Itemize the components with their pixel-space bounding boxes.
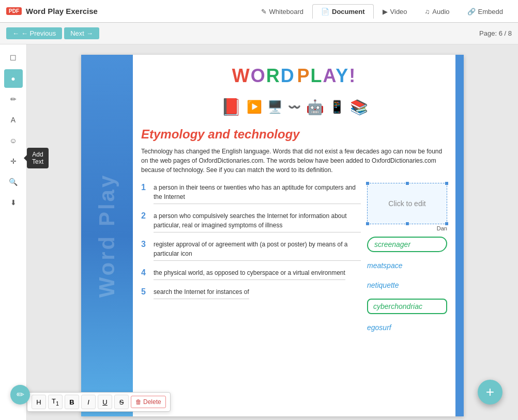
sticker-tool-button[interactable]: ☺: [4, 131, 23, 150]
list-item: 4 the physical world, as opposed to cybe…: [141, 268, 361, 280]
pdf-badge: PDF: [6, 7, 22, 15]
circle-tool-button[interactable]: ●: [4, 69, 23, 88]
computer-icon: 🖥️: [267, 100, 283, 114]
document-page: Word Play WORD PLAY! 📕 ▶️ 🖥️: [81, 55, 464, 416]
watermark: Word Play: [95, 174, 119, 298]
text-tool-button[interactable]: A: [4, 111, 23, 129]
download-tool-button[interactable]: ⬇: [4, 193, 23, 212]
page-title: WORD PLAY!: [141, 65, 447, 87]
book-icon: 📕: [221, 97, 241, 117]
right-blue-bar: [455, 55, 464, 416]
delete-button[interactable]: 🗑 Delete: [131, 396, 166, 408]
format-h2-button[interactable]: T1: [48, 395, 63, 409]
tab-embedd[interactable]: 🔗 Embedd: [459, 4, 512, 19]
resize-handle-tr[interactable]: [445, 181, 449, 185]
search-tool-button[interactable]: 🔍: [4, 173, 23, 191]
list-item: 3 register approval of or agreement with…: [141, 240, 361, 261]
embedd-icon: 🔗: [467, 8, 476, 15]
pencil-tool-button[interactable]: ✏: [4, 90, 23, 108]
pencil-fab-icon: ✏: [17, 389, 24, 400]
word-netiquette: netiquette: [367, 279, 447, 291]
resize-handle-tm[interactable]: [405, 181, 409, 185]
icons-row: 📕 ▶️ 🖥️ 〰️ 🤖 📱 📚: [141, 97, 447, 117]
tablet-icon: 📱: [329, 100, 345, 114]
video-play-icon: ▶️: [247, 100, 262, 114]
etymology-body: Technology has changed the English langu…: [141, 147, 447, 175]
resize-handle-bm[interactable]: [405, 222, 409, 226]
left-sidebar: ☐ ● ✏ A ☺ ✛ 🔍 ⬇ Add Text: [0, 44, 27, 420]
audio-icon: ♫: [425, 8, 430, 15]
format-h-button[interactable]: H: [32, 395, 46, 409]
list-item: 5 search the Internet for instances of: [141, 287, 361, 299]
format-underline-button[interactable]: U: [98, 395, 112, 409]
etymology-heading: Etymology and technology: [141, 127, 447, 142]
format-strike-button[interactable]: S: [114, 395, 129, 409]
list-item: 2 a person who compulsively searches the…: [141, 211, 361, 232]
click-edit-text: Click to edit: [388, 199, 425, 208]
format-bold-button[interactable]: B: [65, 395, 79, 409]
audio-wave-icon: 〰️: [288, 101, 301, 113]
move-tool-button[interactable]: ✛: [4, 152, 23, 170]
dan-label: Dan: [367, 225, 447, 231]
next-arrow-icon: →: [86, 29, 93, 37]
right-words-panel: screenager meatspace netiquette cybercho…: [367, 237, 447, 334]
pencil-fab-button[interactable]: ✏: [10, 385, 30, 405]
list-item: 1 a person in their teens or twenties wh…: [141, 183, 361, 204]
whiteboard-icon: ✎: [261, 8, 267, 15]
word-list: 1 a person in their teens or twenties wh…: [141, 183, 361, 299]
fab-plus-icon: +: [486, 384, 494, 400]
bookshelf-icon: 📚: [350, 99, 368, 116]
tab-whiteboard[interactable]: ✎ Whiteboard: [252, 4, 312, 19]
word-screenager: screenager: [367, 237, 447, 252]
nav-buttons: ← ← Previous Next →: [6, 27, 99, 39]
tab-audio[interactable]: ♫ Audio: [416, 4, 459, 19]
format-italic-button[interactable]: I: [81, 395, 96, 409]
resize-handle-bl[interactable]: [365, 222, 370, 226]
toolbar-row: ← ← Previous Next → Page: 6 / 8: [0, 23, 518, 44]
text-format-bar: H T1 B I U S 🗑 Delete: [27, 392, 171, 412]
main-area: ☐ ● ✏ A ☺ ✛ 🔍 ⬇ Add Text Word Play: [0, 44, 518, 420]
app-title: Word Play Exercise: [26, 7, 252, 15]
video-icon: ▶: [383, 8, 388, 15]
previous-arrow-icon: ←: [12, 29, 19, 37]
page-content: WORD PLAY! 📕 ▶️ 🖥️ 〰️ 🤖 📱 📚: [133, 55, 455, 416]
tab-document[interactable]: 📄 Document: [312, 4, 374, 19]
resize-handle-tl[interactable]: [365, 181, 370, 185]
page-tool-button[interactable]: ☐: [4, 49, 23, 67]
word-egosurf: egosurf: [367, 321, 447, 334]
left-panel: Word Play: [81, 55, 133, 416]
tab-video[interactable]: ▶ Video: [374, 4, 416, 19]
word-cyberchondriac: cyberchondriac: [367, 299, 447, 314]
top-nav: PDF Word Play Exercise ✎ Whiteboard 📄 Do…: [0, 0, 518, 23]
head-icon: 🤖: [306, 99, 324, 116]
doc-area: Word Play WORD PLAY! 📕 ▶️ 🖥️: [27, 44, 518, 420]
page-info: Page: 6 / 8: [479, 29, 512, 37]
trash-icon: 🗑: [135, 398, 142, 406]
click-to-edit-box[interactable]: Click to edit: [367, 183, 447, 224]
fab-add-button[interactable]: +: [478, 380, 502, 405]
nav-tabs: ✎ Whiteboard 📄 Document ▶ Video ♫ Audio …: [252, 4, 512, 19]
resize-handle-br[interactable]: [445, 222, 449, 226]
document-icon: 📄: [321, 8, 329, 15]
next-button[interactable]: Next →: [64, 27, 99, 39]
word-meatspace: meatspace: [367, 259, 447, 272]
add-text-tooltip: Add Text: [27, 148, 49, 168]
previous-button[interactable]: ← ← Previous: [6, 27, 62, 39]
